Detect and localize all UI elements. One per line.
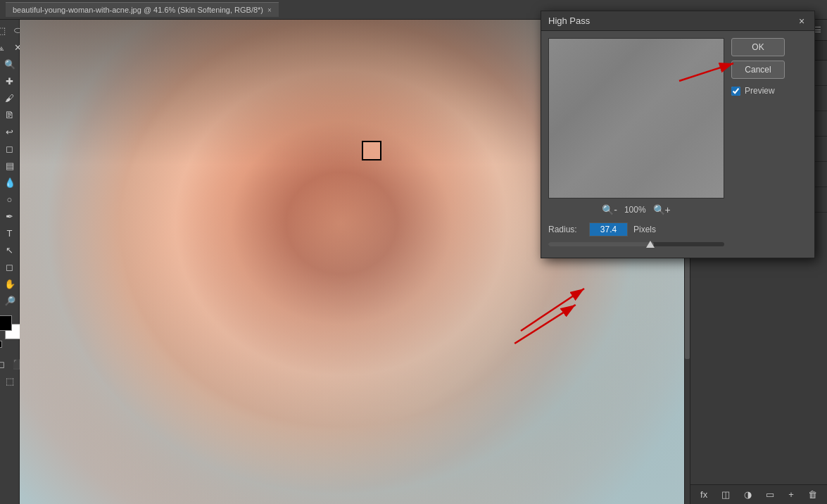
new-adjustment-layer-button[interactable]: ◑ (744, 489, 752, 500)
dialog-preview[interactable] (548, 38, 724, 199)
marquee-tool[interactable]: ⬚ (0, 23, 9, 38)
dialog-title: High Pass (548, 15, 590, 26)
delete-layer-button[interactable]: 🗑 (808, 489, 817, 500)
path-select-tool[interactable]: ↖ (2, 242, 18, 258)
selection-box (362, 141, 381, 160)
foreground-color-swatch[interactable] (0, 315, 12, 331)
radius-slider-thumb[interactable] (646, 241, 655, 248)
brush-tool[interactable]: 🖌 (2, 90, 18, 106)
dialog-body: 🔍- 100% 🔍+ Radius: Pixels OK Ca (541, 31, 814, 258)
dialog-preview-image (549, 39, 724, 198)
zoom-out-icon[interactable]: 🔍- (602, 204, 617, 215)
radius-slider-fill (548, 242, 654, 246)
healing-tool[interactable]: ✚ (2, 73, 18, 89)
radius-label: Radius: (548, 225, 583, 234)
ok-button[interactable]: OK (731, 38, 785, 56)
eraser-tool[interactable]: ◻ (2, 141, 18, 156)
type-tool[interactable]: T (2, 225, 18, 241)
layers-panel-options[interactable]: ☰ (814, 25, 821, 34)
pen-tool[interactable]: ✒ (2, 208, 18, 224)
radius-slider-container[interactable] (548, 242, 724, 246)
preview-checkbox-row: Preview (731, 86, 788, 96)
dodge-tool[interactable]: ○ (2, 191, 18, 207)
crop-tool[interactable]: ⟁ (0, 39, 9, 55)
high-pass-dialog[interactable]: High Pass × 🔍- 100% 🔍+ Radius: (541, 11, 815, 258)
radius-input[interactable] (589, 222, 628, 237)
new-layer-button[interactable]: + (788, 489, 794, 500)
layers-bottom-toolbar: fx ◫ ◑ ▭ + 🗑 (690, 484, 827, 504)
dialog-left-section: 🔍- 100% 🔍+ Radius: Pixels (548, 38, 724, 251)
dialog-titlebar: High Pass × (541, 11, 814, 31)
left-toolbar: ⬚ ⬭ ⟁ ✕ 🔍 ✚ 🖌 🖹 ↩ ◻ ▤ 💧 ○ ✒ T ↖ ◻ ✋ 🔎 ◻ … (0, 20, 20, 504)
add-mask-button[interactable]: ◫ (721, 489, 730, 500)
hand-tool[interactable]: ✋ (2, 276, 18, 291)
zoom-tool[interactable]: 🔎 (2, 293, 18, 308)
preview-label: Preview (745, 86, 775, 96)
dialog-close-button[interactable]: × (796, 15, 807, 27)
pixels-label: Pixels (633, 225, 656, 234)
radius-row: Radius: Pixels (548, 222, 724, 237)
clone-tool[interactable]: 🖹 (2, 107, 18, 122)
history-brush[interactable]: ↩ (2, 124, 18, 139)
shape-tool[interactable]: ◻ (2, 259, 18, 275)
blur-tool[interactable]: 💧 (2, 175, 18, 190)
zoom-percent-label: 100% (624, 205, 646, 215)
radius-slider-track[interactable] (548, 242, 724, 246)
dialog-buttons-section: OK Cancel Preview (731, 38, 788, 251)
preview-checkbox[interactable] (731, 87, 740, 96)
zoom-controls: 🔍- 100% 🔍+ (548, 204, 724, 215)
add-layer-style-button[interactable]: fx (700, 489, 707, 500)
standard-mode-button[interactable]: ◻ (0, 356, 9, 372)
tab-close-button[interactable]: × (267, 6, 272, 14)
screen-mode-button[interactable]: ⬚ (2, 373, 18, 389)
gradient-tool[interactable]: ▤ (2, 158, 18, 173)
swap-colors-icon[interactable] (0, 341, 2, 348)
cancel-button[interactable]: Cancel (731, 61, 785, 79)
eyedropper-tool[interactable]: 🔍 (2, 56, 18, 72)
tab-label: beautiful-young-woman-with-acne.jpg @ 41… (13, 6, 263, 14)
zoom-in-icon[interactable]: 🔍+ (653, 204, 671, 215)
new-group-button[interactable]: ▭ (766, 489, 774, 500)
document-tab[interactable]: beautiful-young-woman-with-acne.jpg @ 41… (6, 2, 279, 17)
